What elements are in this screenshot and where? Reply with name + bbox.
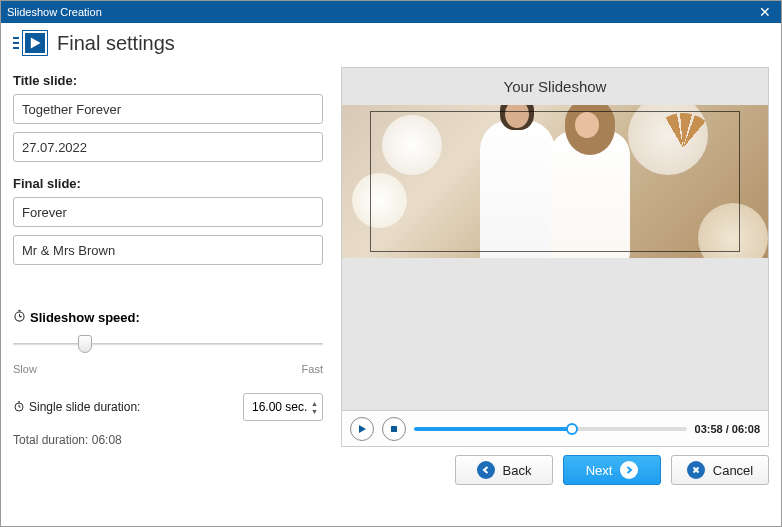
app-icon: [23, 31, 47, 55]
stepper-up-icon[interactable]: ▲: [311, 400, 318, 407]
preview-frame: [342, 105, 768, 258]
arrow-left-icon: [477, 461, 495, 479]
cancel-icon: [687, 461, 705, 479]
arrow-right-icon: [620, 461, 638, 479]
page-title: Final settings: [57, 32, 175, 55]
final-slide-line2[interactable]: [13, 235, 323, 265]
player-bar: 03:58 / 06:08: [342, 410, 768, 446]
time-display: 03:58 / 06:08: [695, 423, 760, 435]
svg-rect-2: [391, 426, 397, 432]
speed-label: Slideshow speed:: [13, 309, 323, 325]
stepper-down-icon[interactable]: ▼: [311, 408, 318, 415]
single-duration-label: Single slide duration:: [29, 400, 140, 414]
title-slide-line1[interactable]: [13, 94, 323, 124]
slow-label: Slow: [13, 363, 37, 375]
slider-thumb[interactable]: [78, 335, 92, 353]
progress-thumb[interactable]: [566, 423, 578, 435]
back-button[interactable]: Back: [455, 455, 553, 485]
progress-bar[interactable]: [414, 427, 687, 431]
clock-icon: [13, 309, 26, 325]
total-duration: Total duration: 06:08: [13, 433, 323, 447]
duration-value: 16.00 sec.: [252, 400, 307, 414]
settings-panel: Title slide: Final slide: Slideshow spee…: [13, 67, 323, 447]
duration-stepper[interactable]: 16.00 sec. ▲▼: [243, 393, 323, 421]
title-slide-label: Title slide:: [13, 73, 323, 88]
titlebar: Slideshow Creation ✕: [1, 1, 781, 23]
fast-label: Fast: [302, 363, 323, 375]
preview-image: [342, 105, 768, 258]
preview-title: Your Slideshow: [342, 68, 768, 105]
final-slide-line1[interactable]: [13, 197, 323, 227]
preview-panel: Your Slideshow 03:58 / 06:08: [341, 67, 769, 447]
stop-button[interactable]: [382, 417, 406, 441]
cancel-button[interactable]: Cancel: [671, 455, 769, 485]
page-header: Final settings: [1, 23, 781, 67]
close-icon[interactable]: ✕: [755, 4, 775, 20]
clock-icon: [13, 400, 25, 415]
title-slide-line2[interactable]: [13, 132, 323, 162]
window-title: Slideshow Creation: [7, 6, 102, 18]
next-button[interactable]: Next: [563, 455, 661, 485]
play-button[interactable]: [350, 417, 374, 441]
footer: Back Next Cancel: [1, 447, 781, 493]
speed-slider[interactable]: [13, 335, 323, 359]
final-slide-label: Final slide:: [13, 176, 323, 191]
